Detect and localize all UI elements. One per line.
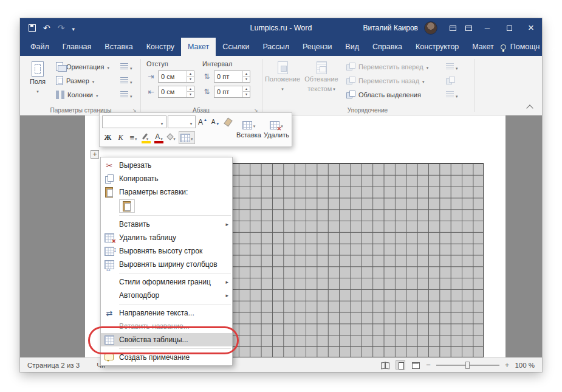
context-menu-item[interactable]: Копировать (101, 172, 232, 185)
user-name[interactable]: Виталий Каиров (363, 24, 418, 32)
shading-button[interactable] (166, 131, 177, 144)
group-arrange: Положение Обтекание текстом Переместить … (263, 56, 472, 115)
collapse-ribbon-button[interactable] (525, 103, 535, 111)
spin-up-icon[interactable] (243, 71, 250, 77)
bold-button[interactable]: Ж (102, 131, 114, 144)
menu-separator (119, 304, 231, 304)
italic-button[interactable]: К (115, 131, 126, 144)
read-mode-button[interactable] (380, 360, 390, 370)
font-name-combo[interactable] (102, 115, 166, 128)
menu-item-label: Удалить таблицу (119, 233, 228, 242)
ribbon-tab[interactable]: Рассыл (256, 38, 296, 56)
spin-up-icon[interactable] (187, 86, 194, 92)
ribbon-tab[interactable]: Справка (366, 38, 409, 56)
context-menu-item[interactable]: Направление текста... (101, 306, 232, 320)
quick-access-toolbar (20, 22, 75, 33)
context-menu-item[interactable]: Вставить (101, 218, 232, 231)
zoom-level[interactable]: 100 % (515, 362, 535, 369)
context-menu-item[interactable]: Автоподбор (101, 289, 232, 302)
breaks-button[interactable] (118, 60, 134, 74)
zoom-out-button[interactable] (426, 360, 431, 370)
breaks-icon (120, 63, 128, 70)
insert-table-button[interactable]: Вставка (236, 114, 261, 145)
font-color-button[interactable]: А (153, 131, 165, 144)
alignment-button[interactable] (128, 131, 139, 144)
context-menu: ВырезатьКопироватьПараметры вставки:Вста… (100, 157, 233, 366)
format-painter-button[interactable] (222, 115, 234, 128)
margins-label: Поля (30, 78, 46, 86)
print-layout-button[interactable] (396, 360, 405, 370)
spin-down-icon[interactable] (187, 77, 194, 82)
ribbon-tab[interactable]: Макет (181, 38, 216, 56)
columns-button[interactable]: Колонки (53, 88, 112, 101)
page-size-icon (56, 76, 63, 85)
spin-down-icon[interactable] (243, 92, 250, 97)
ribbon-tab[interactable]: Главная (56, 38, 98, 56)
ribbon-tab[interactable]: Констру (140, 38, 181, 56)
chevron-down-icon (130, 89, 132, 100)
hyphenation-button[interactable] (118, 88, 134, 101)
minimize-button[interactable] (476, 18, 498, 38)
undo-icon[interactable] (43, 22, 50, 33)
line-numbers-button[interactable] (118, 74, 134, 88)
context-menu-item[interactable]: Вставить название... (101, 320, 232, 333)
delete-table-button[interactable]: Удалить (264, 114, 289, 145)
font-size-combo[interactable] (168, 115, 196, 128)
page-size-button[interactable]: Размер (53, 74, 112, 88)
window-options-button[interactable] (461, 18, 476, 38)
spin-down-icon[interactable] (243, 77, 250, 82)
table-move-handle[interactable] (91, 150, 99, 159)
margins-button[interactable]: Поля (25, 58, 50, 95)
maximize-button[interactable] (498, 18, 520, 38)
context-menu-item[interactable]: Стили оформления границ (101, 275, 232, 289)
zoom-slider-thumb[interactable] (465, 362, 470, 369)
paste-option-icon[interactable] (119, 199, 135, 213)
ribbon-display-options-button[interactable] (445, 18, 461, 38)
avatar[interactable] (424, 21, 437, 35)
highlight-color-button[interactable] (140, 131, 152, 144)
context-menu-item[interactable]: Создать примечание (101, 351, 232, 364)
zoom-in-button[interactable] (505, 360, 510, 370)
ribbon-tab[interactable]: Ссылки (216, 38, 256, 56)
zoom-slider[interactable] (436, 365, 499, 366)
spin-down-icon[interactable] (187, 92, 194, 97)
arrange-button[interactable]: Область выделения (343, 88, 431, 101)
context-menu-item[interactable]: Выровнять высоту строк (101, 244, 232, 258)
ribbon-tab[interactable]: Рецензи (296, 38, 338, 56)
indent-right-spinner[interactable]: 0 см (158, 86, 194, 98)
customize-toolbar-chevron-icon[interactable] (72, 22, 75, 33)
spin-up-icon[interactable] (243, 86, 250, 92)
layer-order-icon (346, 63, 355, 70)
spacing-after-spinner[interactable]: 0 пт (214, 86, 250, 98)
tab-help[interactable]: Помощн (510, 43, 540, 51)
ribbon-tab[interactable]: Вид (338, 38, 366, 56)
borders-button[interactable] (179, 131, 195, 144)
orientation-button[interactable]: Ориентация (53, 60, 112, 74)
spacing-before-spinner[interactable]: 0 пт (214, 70, 250, 83)
context-menu-item[interactable]: Удалить таблицу (101, 231, 232, 244)
context-menu-item[interactable]: Параметры вставки: (101, 185, 232, 199)
context-menu-item[interactable]: Свойства таблицы... (101, 333, 232, 346)
save-icon[interactable] (29, 24, 36, 32)
window-options-icon (465, 26, 472, 31)
ribbon-tab[interactable]: Конструктор (409, 38, 465, 56)
columns-label: Колонки (67, 91, 93, 98)
grow-font-button[interactable]: А (197, 115, 208, 128)
title-bar: Lumpics.ru - Word Виталий Каиров (20, 18, 542, 38)
ribbon-tab[interactable]: Вставка (98, 38, 139, 56)
context-menu-item[interactable]: Выровнять ширину столбцов (101, 258, 232, 271)
group-objects-button (444, 74, 460, 88)
group-separator (475, 59, 475, 112)
word-window: Lumpics.ru - Word Виталий Каиров ФайлГла… (20, 18, 542, 372)
lightbulb-icon (501, 44, 506, 50)
indent-left-spinner[interactable]: 0 см (158, 70, 194, 83)
shrink-font-button[interactable]: А (210, 115, 221, 128)
position-icon (278, 61, 288, 74)
ribbon-tab[interactable]: Макет (465, 38, 500, 56)
ribbon-tab[interactable]: Файл (24, 38, 56, 56)
close-button[interactable] (520, 18, 542, 38)
web-layout-button[interactable] (411, 360, 420, 370)
context-menu-item[interactable]: Вырезать (101, 159, 232, 172)
spin-up-icon[interactable] (187, 71, 194, 77)
page-number-status[interactable]: Страница 2 из 3 (27, 362, 80, 369)
